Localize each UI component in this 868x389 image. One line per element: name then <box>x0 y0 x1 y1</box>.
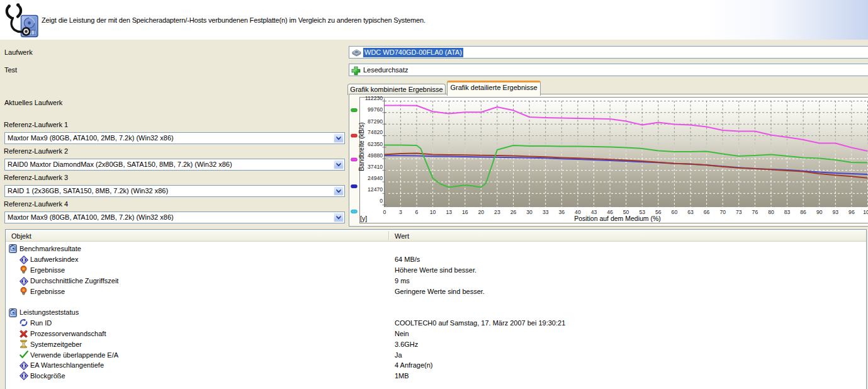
svg-text:26: 26 <box>510 209 517 215</box>
svg-text:0: 0 <box>380 198 383 204</box>
svg-text:Position auf dem Medium (%): Position auf dem Medium (%) <box>574 215 661 222</box>
svg-text:60: 60 <box>672 209 678 215</box>
svg-text:70: 70 <box>719 209 726 215</box>
svg-text:37410: 37410 <box>368 164 383 170</box>
svg-text:30: 30 <box>526 209 533 215</box>
svg-text:66: 66 <box>704 209 710 215</box>
svg-text:10: 10 <box>430 209 436 215</box>
svg-text:12470: 12470 <box>368 186 383 193</box>
svg-text:33: 33 <box>543 209 549 215</box>
svg-text:76: 76 <box>752 209 758 215</box>
svg-text:3: 3 <box>399 209 402 215</box>
svg-text:86: 86 <box>800 209 806 215</box>
svg-text:96: 96 <box>848 209 855 215</box>
svg-text:100: 100 <box>863 209 868 215</box>
svg-text:93: 93 <box>833 209 839 215</box>
svg-text:[y]: [y] <box>360 215 367 222</box>
svg-text:13: 13 <box>446 209 452 215</box>
svg-text:73: 73 <box>736 209 742 215</box>
svg-text:87290: 87290 <box>368 118 383 125</box>
svg-text:90: 90 <box>816 209 823 215</box>
svg-text:23: 23 <box>494 209 500 215</box>
svg-text:20: 20 <box>478 209 485 215</box>
svg-text:6: 6 <box>415 209 419 215</box>
svg-text:0: 0 <box>383 209 386 215</box>
svg-text:80: 80 <box>768 209 774 215</box>
svg-text:112230: 112230 <box>365 95 383 101</box>
svg-text:Bandbreite (kB/s): Bandbreite (kB/s) <box>358 122 365 171</box>
svg-text:63: 63 <box>687 209 694 215</box>
svg-text:83: 83 <box>784 209 791 215</box>
svg-text:49880: 49880 <box>368 152 383 159</box>
svg-text:74820: 74820 <box>368 129 383 135</box>
svg-text:99760: 99760 <box>368 106 383 113</box>
svg-text:36: 36 <box>559 209 565 215</box>
svg-text:16: 16 <box>462 209 468 215</box>
svg-text:62350: 62350 <box>368 141 383 147</box>
svg-text:24940: 24940 <box>368 175 383 181</box>
